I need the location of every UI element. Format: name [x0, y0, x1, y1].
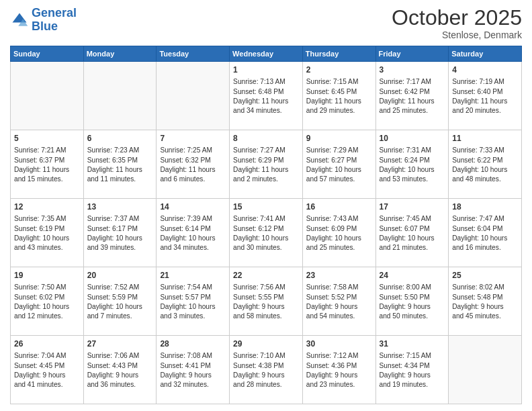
day-info: Sunrise: 8:00 AM Sunset: 5:50 PM Dayligh…: [380, 283, 445, 321]
month-title: October 2025: [392, 7, 522, 28]
title-block: October 2025 Stenlose, Denmark: [392, 7, 522, 40]
day-info: Sunrise: 7:41 AM Sunset: 6:12 PM Dayligh…: [233, 214, 299, 253]
day-info: Sunrise: 7:43 AM Sunset: 6:09 PM Dayligh…: [306, 214, 372, 253]
day-number: 30: [306, 338, 372, 350]
calendar-cell: 29Sunrise: 7:10 AM Sunset: 4:38 PM Dayli…: [230, 336, 303, 404]
calendar-week-4: 19Sunrise: 7:50 AM Sunset: 6:02 PM Dayli…: [11, 267, 522, 336]
day-number: 16: [306, 201, 372, 213]
calendar-cell: 5Sunrise: 7:21 AM Sunset: 6:37 PM Daylig…: [11, 130, 84, 199]
day-number: 29: [233, 338, 299, 350]
day-info: Sunrise: 7:33 AM Sunset: 6:22 PM Dayligh…: [452, 146, 518, 184]
day-number: 24: [380, 270, 445, 281]
day-info: Sunrise: 7:13 AM Sunset: 6:48 PM Dayligh…: [233, 77, 299, 116]
calendar-cell: 23Sunrise: 7:58 AM Sunset: 5:52 PM Dayli…: [302, 267, 375, 336]
day-number: 10: [380, 133, 445, 144]
calendar-cell: 15Sunrise: 7:41 AM Sunset: 6:12 PM Dayli…: [230, 199, 303, 267]
day-number: 22: [233, 270, 299, 281]
day-info: Sunrise: 7:15 AM Sunset: 6:45 PM Dayligh…: [306, 77, 372, 116]
header: General Blue October 2025 Stenlose, Denm…: [10, 7, 522, 40]
calendar-cell: 31Sunrise: 7:15 AM Sunset: 4:34 PM Dayli…: [375, 336, 449, 404]
day-number: 9: [306, 133, 372, 144]
day-number: 20: [87, 270, 153, 281]
calendar-cell: 6Sunrise: 7:23 AM Sunset: 6:35 PM Daylig…: [83, 130, 157, 199]
calendar-cell: 18Sunrise: 7:47 AM Sunset: 6:04 PM Dayli…: [449, 199, 522, 267]
day-info: Sunrise: 7:31 AM Sunset: 6:24 PM Dayligh…: [380, 146, 445, 184]
calendar-cell: 28Sunrise: 7:08 AM Sunset: 4:41 PM Dayli…: [157, 336, 230, 404]
day-header-sunday: Sunday: [11, 46, 84, 62]
calendar-cell: 22Sunrise: 7:56 AM Sunset: 5:55 PM Dayli…: [230, 267, 303, 336]
day-header-thursday: Thursday: [302, 46, 375, 62]
day-info: Sunrise: 7:45 AM Sunset: 6:07 PM Dayligh…: [380, 214, 445, 253]
day-info: Sunrise: 7:37 AM Sunset: 6:17 PM Dayligh…: [87, 214, 153, 253]
day-info: Sunrise: 7:25 AM Sunset: 6:32 PM Dayligh…: [160, 146, 226, 184]
logo-icon: [10, 11, 29, 30]
calendar-cell: [11, 62, 84, 130]
day-info: Sunrise: 7:27 AM Sunset: 6:29 PM Dayligh…: [233, 146, 299, 184]
calendar-week-1: 1Sunrise: 7:13 AM Sunset: 6:48 PM Daylig…: [11, 62, 522, 130]
calendar-cell: 12Sunrise: 7:35 AM Sunset: 6:19 PM Dayli…: [11, 199, 84, 267]
day-number: 19: [14, 270, 80, 281]
calendar-week-5: 26Sunrise: 7:04 AM Sunset: 4:45 PM Dayli…: [11, 336, 522, 404]
day-number: 17: [380, 201, 445, 213]
calendar-cell: 9Sunrise: 7:29 AM Sunset: 6:27 PM Daylig…: [302, 130, 375, 199]
day-info: Sunrise: 7:29 AM Sunset: 6:27 PM Dayligh…: [306, 146, 372, 184]
calendar-cell: 26Sunrise: 7:04 AM Sunset: 4:45 PM Dayli…: [11, 336, 84, 404]
day-info: Sunrise: 7:58 AM Sunset: 5:52 PM Dayligh…: [306, 283, 372, 321]
logo-text: General Blue: [32, 7, 77, 34]
day-number: 26: [14, 338, 80, 350]
logo-line2: Blue: [32, 19, 58, 33]
day-info: Sunrise: 8:02 AM Sunset: 5:48 PM Dayligh…: [452, 283, 518, 321]
logo: General Blue: [10, 7, 77, 34]
day-info: Sunrise: 7:12 AM Sunset: 4:36 PM Dayligh…: [306, 351, 372, 390]
day-header-wednesday: Wednesday: [230, 46, 303, 62]
calendar-week-2: 5Sunrise: 7:21 AM Sunset: 6:37 PM Daylig…: [11, 130, 522, 199]
day-info: Sunrise: 7:10 AM Sunset: 4:38 PM Dayligh…: [233, 351, 299, 390]
calendar-cell: 24Sunrise: 8:00 AM Sunset: 5:50 PM Dayli…: [375, 267, 449, 336]
day-number: 27: [87, 338, 153, 350]
calendar-cell: 19Sunrise: 7:50 AM Sunset: 6:02 PM Dayli…: [11, 267, 84, 336]
day-info: Sunrise: 7:08 AM Sunset: 4:41 PM Dayligh…: [160, 351, 226, 390]
day-info: Sunrise: 7:19 AM Sunset: 6:40 PM Dayligh…: [452, 77, 518, 116]
calendar-cell: 3Sunrise: 7:17 AM Sunset: 6:42 PM Daylig…: [375, 62, 449, 130]
calendar-table: SundayMondayTuesdayWednesdayThursdayFrid…: [10, 46, 522, 404]
calendar-cell: 27Sunrise: 7:06 AM Sunset: 4:43 PM Dayli…: [83, 336, 157, 404]
calendar-cell: [449, 336, 522, 404]
day-info: Sunrise: 7:04 AM Sunset: 4:45 PM Dayligh…: [14, 351, 80, 390]
logo-line1: General: [32, 6, 77, 19]
day-number: 13: [87, 201, 153, 213]
calendar-cell: 4Sunrise: 7:19 AM Sunset: 6:40 PM Daylig…: [449, 62, 522, 130]
calendar-cell: 2Sunrise: 7:15 AM Sunset: 6:45 PM Daylig…: [302, 62, 375, 130]
day-header-friday: Friday: [375, 46, 449, 62]
day-number: 23: [306, 270, 372, 281]
day-info: Sunrise: 7:21 AM Sunset: 6:37 PM Dayligh…: [14, 146, 80, 184]
day-number: 11: [452, 133, 518, 144]
calendar-cell: 30Sunrise: 7:12 AM Sunset: 4:36 PM Dayli…: [302, 336, 375, 404]
calendar-cell: 13Sunrise: 7:37 AM Sunset: 6:17 PM Dayli…: [83, 199, 157, 267]
day-info: Sunrise: 7:54 AM Sunset: 5:57 PM Dayligh…: [160, 283, 226, 321]
calendar-cell: 11Sunrise: 7:33 AM Sunset: 6:22 PM Dayli…: [449, 130, 522, 199]
calendar-cell: [83, 62, 157, 130]
day-number: 15: [233, 201, 299, 213]
calendar-cell: 14Sunrise: 7:39 AM Sunset: 6:14 PM Dayli…: [157, 199, 230, 267]
day-number: 25: [452, 270, 518, 281]
day-header-tuesday: Tuesday: [157, 46, 230, 62]
location-subtitle: Stenlose, Denmark: [392, 30, 522, 40]
calendar-cell: 1Sunrise: 7:13 AM Sunset: 6:48 PM Daylig…: [230, 62, 303, 130]
day-number: 21: [160, 270, 226, 281]
day-info: Sunrise: 7:35 AM Sunset: 6:19 PM Dayligh…: [14, 214, 80, 253]
day-info: Sunrise: 7:17 AM Sunset: 6:42 PM Dayligh…: [380, 77, 445, 116]
calendar-cell: 25Sunrise: 8:02 AM Sunset: 5:48 PM Dayli…: [449, 267, 522, 336]
day-number: 4: [452, 64, 518, 76]
calendar-body: 1Sunrise: 7:13 AM Sunset: 6:48 PM Daylig…: [11, 62, 522, 404]
day-info: Sunrise: 7:06 AM Sunset: 4:43 PM Dayligh…: [87, 351, 153, 390]
calendar-cell: [157, 62, 230, 130]
day-info: Sunrise: 7:52 AM Sunset: 5:59 PM Dayligh…: [87, 283, 153, 321]
day-number: 18: [452, 201, 518, 213]
day-number: 31: [380, 338, 445, 350]
day-header-monday: Monday: [83, 46, 157, 62]
day-number: 14: [160, 201, 226, 213]
day-number: 28: [160, 338, 226, 350]
day-info: Sunrise: 7:39 AM Sunset: 6:14 PM Dayligh…: [160, 214, 226, 253]
day-number: 7: [160, 133, 226, 144]
calendar-cell: 17Sunrise: 7:45 AM Sunset: 6:07 PM Dayli…: [375, 199, 449, 267]
